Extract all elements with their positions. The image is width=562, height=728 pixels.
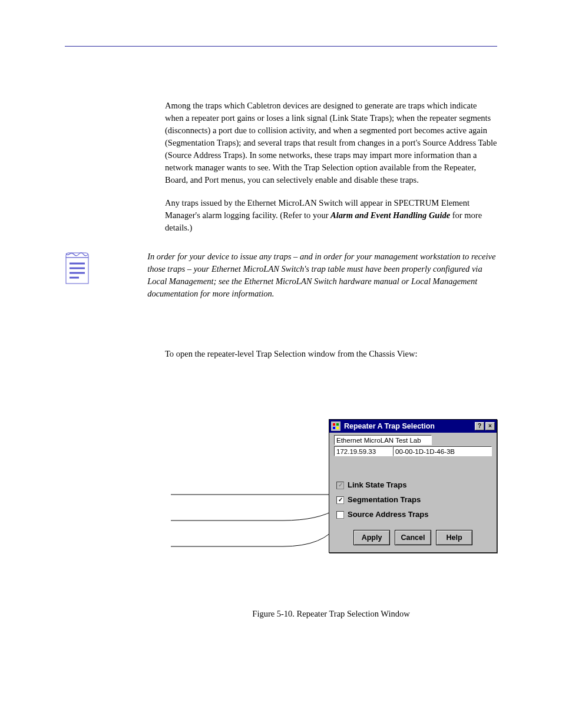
link-state-checkbox[interactable]: ✓ <box>336 482 344 489</box>
device-name-field: Ethernet MicroLAN Test Lab <box>334 435 432 445</box>
svg-rect-9 <box>333 423 335 426</box>
svg-rect-0 <box>66 258 88 284</box>
segmentation-checkbox[interactable]: ✓ <box>336 496 344 504</box>
svg-rect-12 <box>336 427 339 429</box>
system-menu-icon[interactable] <box>331 421 340 431</box>
paragraph-2: Any traps issued by the Ethernet MicroLA… <box>165 197 497 234</box>
header-rule <box>65 46 497 47</box>
guide-name: Alarm and Event Handling Guide <box>330 210 450 220</box>
svg-rect-10 <box>336 423 339 426</box>
cancel-button[interactable]: Cancel <box>395 530 431 545</box>
dialog-title: Repeater A Trap Selection <box>343 421 474 431</box>
source-address-checkbox[interactable] <box>336 511 344 519</box>
figure: Repeater A Trap Selection ? × Ethernet M… <box>165 419 497 596</box>
intro-text: To open the repeater-level Trap Selectio… <box>165 348 497 360</box>
svg-rect-11 <box>333 427 335 429</box>
note-icon <box>65 252 90 285</box>
close-icon[interactable]: × <box>485 422 495 430</box>
link-state-label: Link State Traps <box>348 480 406 491</box>
help-button[interactable]: Help <box>436 530 472 545</box>
ip-field: 172.19.59.33 <box>334 446 393 456</box>
titlebar[interactable]: Repeater A Trap Selection ? × <box>329 420 497 433</box>
help-button-icon[interactable]: ? <box>475 422 484 430</box>
note-text: In order for your device to issue any tr… <box>147 251 497 300</box>
figure-caption: Figure 5-10. Repeater Trap Selection Win… <box>165 608 497 620</box>
segmentation-label: Segmentation Traps <box>348 495 421 506</box>
source-address-label: Source Address Traps <box>348 509 429 521</box>
mac-field: 00-00-1D-1D-46-3B <box>393 446 492 456</box>
trap-selection-dialog: Repeater A Trap Selection ? × Ethernet M… <box>329 419 497 553</box>
apply-button[interactable]: Apply <box>353 530 390 545</box>
paragraph-1: Among the traps which Cabletron devices … <box>165 100 497 186</box>
